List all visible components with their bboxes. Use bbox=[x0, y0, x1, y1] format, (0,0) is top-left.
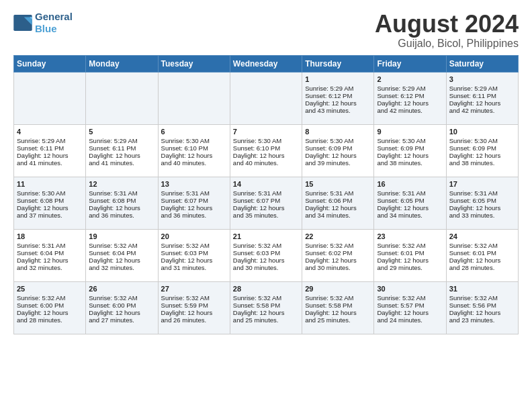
cell-content-line: Sunset: 6:12 PM bbox=[377, 92, 443, 99]
cell-content-line: Sunrise: 5:30 AM bbox=[305, 137, 371, 144]
cell-1-5: 1Sunrise: 5:29 AMSunset: 6:12 PMDaylight… bbox=[302, 72, 374, 124]
cell-content-line: Sunset: 6:06 PM bbox=[305, 197, 371, 204]
cell-content-line: Sunrise: 5:29 AM bbox=[17, 137, 83, 144]
cell-content-line: Sunrise: 5:29 AM bbox=[449, 85, 515, 92]
page: General Blue August 2024 Guijalo, Bicol,… bbox=[0, 0, 532, 341]
calendar-header: Sunday Monday Tuesday Wednesday Thursday… bbox=[14, 55, 519, 72]
cell-content-line: Sunset: 6:04 PM bbox=[89, 249, 154, 257]
cell-content-line: Daylight: 12 hours bbox=[449, 99, 515, 107]
cell-content-line: Daylight: 12 hours bbox=[89, 204, 154, 212]
cell-content-line: and 38 minutes. bbox=[449, 159, 515, 167]
cell-content-line: Sunrise: 5:32 AM bbox=[233, 294, 299, 302]
day-number: 12 bbox=[89, 180, 154, 188]
day-number: 29 bbox=[305, 285, 371, 293]
cell-3-2: 12Sunrise: 5:31 AMSunset: 6:08 PMDayligh… bbox=[86, 177, 158, 229]
day-number: 23 bbox=[377, 232, 443, 240]
cell-content-line: and 29 minutes. bbox=[377, 264, 443, 271]
cell-1-2 bbox=[86, 72, 158, 124]
cell-content-line: Sunset: 6:01 PM bbox=[377, 249, 443, 257]
cell-content-line: and 23 minutes. bbox=[449, 316, 515, 324]
cell-2-1: 4Sunrise: 5:29 AMSunset: 6:11 PMDaylight… bbox=[14, 124, 86, 177]
header-row: Sunday Monday Tuesday Wednesday Thursday… bbox=[14, 55, 519, 72]
cell-content-line: and 38 minutes. bbox=[377, 159, 443, 167]
logo: General Blue bbox=[13, 11, 73, 35]
cell-1-7: 3Sunrise: 5:29 AMSunset: 6:11 PMDaylight… bbox=[446, 72, 518, 124]
day-number: 10 bbox=[449, 128, 515, 136]
cell-content-line: Daylight: 12 hours bbox=[233, 152, 299, 159]
day-number: 15 bbox=[305, 180, 371, 188]
cell-content-line: Sunset: 6:09 PM bbox=[377, 144, 443, 152]
cell-content-line: Sunrise: 5:32 AM bbox=[449, 242, 515, 249]
cell-1-1 bbox=[14, 72, 86, 124]
cell-content-line: Daylight: 12 hours bbox=[89, 257, 154, 264]
cell-content-line: Sunrise: 5:32 AM bbox=[233, 242, 299, 249]
cell-content-line: Daylight: 12 hours bbox=[305, 152, 371, 159]
cell-content-line: and 30 minutes. bbox=[233, 264, 299, 271]
cell-content-line: Sunrise: 5:30 AM bbox=[377, 137, 443, 144]
cell-content-line: Daylight: 12 hours bbox=[449, 204, 515, 212]
day-number: 21 bbox=[233, 232, 299, 240]
cell-content-line: Sunset: 6:12 PM bbox=[305, 92, 371, 99]
cell-content-line: Sunrise: 5:30 AM bbox=[161, 137, 227, 144]
cell-content-line: and 28 minutes. bbox=[17, 316, 83, 324]
cell-content-line: Daylight: 12 hours bbox=[377, 257, 443, 264]
cell-content-line: Sunrise: 5:31 AM bbox=[377, 189, 443, 197]
day-number: 22 bbox=[305, 232, 371, 240]
cell-content-line: Daylight: 12 hours bbox=[305, 257, 371, 264]
cell-content-line: Sunset: 6:05 PM bbox=[377, 197, 443, 204]
day-number: 7 bbox=[233, 128, 299, 136]
cell-content-line: and 40 minutes. bbox=[161, 159, 227, 167]
cell-content-line: and 37 minutes. bbox=[17, 212, 83, 219]
cell-content-line: Sunrise: 5:31 AM bbox=[89, 189, 154, 197]
cell-content-line: Daylight: 12 hours bbox=[377, 152, 443, 159]
day-number: 13 bbox=[161, 180, 227, 188]
cell-content-line: Sunset: 6:09 PM bbox=[305, 144, 371, 152]
cell-content-line: Daylight: 12 hours bbox=[305, 309, 371, 316]
cell-content-line: Sunset: 6:10 PM bbox=[161, 144, 227, 152]
cell-5-7: 31Sunrise: 5:32 AMSunset: 5:56 PMDayligh… bbox=[446, 281, 518, 334]
cell-content-line: Daylight: 12 hours bbox=[17, 309, 83, 316]
cell-4-1: 18Sunrise: 5:31 AMSunset: 6:04 PMDayligh… bbox=[14, 229, 86, 281]
cell-2-3: 6Sunrise: 5:30 AMSunset: 6:10 PMDaylight… bbox=[158, 124, 230, 177]
day-number: 25 bbox=[17, 285, 83, 293]
cell-content-line: Sunrise: 5:30 AM bbox=[233, 137, 299, 144]
cell-content-line: and 24 minutes. bbox=[377, 316, 443, 324]
cell-content-line: and 28 minutes. bbox=[449, 264, 515, 271]
cell-content-line: Sunrise: 5:32 AM bbox=[17, 294, 83, 302]
cell-2-6: 9Sunrise: 5:30 AMSunset: 6:09 PMDaylight… bbox=[374, 124, 446, 177]
day-number: 1 bbox=[305, 75, 371, 83]
day-number: 2 bbox=[377, 75, 443, 83]
header-saturday: Saturday bbox=[446, 55, 518, 72]
cell-content-line: Sunset: 6:04 PM bbox=[17, 249, 83, 257]
cell-content-line: Sunrise: 5:32 AM bbox=[377, 242, 443, 249]
cell-content-line: and 26 minutes. bbox=[161, 316, 227, 324]
cell-content-line: Sunrise: 5:32 AM bbox=[377, 294, 443, 302]
week-row-1: 1Sunrise: 5:29 AMSunset: 6:12 PMDaylight… bbox=[14, 72, 519, 124]
cell-content-line: and 31 minutes. bbox=[161, 264, 227, 271]
cell-content-line: Sunrise: 5:32 AM bbox=[89, 242, 154, 249]
cell-content-line: Daylight: 12 hours bbox=[17, 257, 83, 264]
cell-content-line: and 27 minutes. bbox=[89, 316, 154, 324]
cell-content-line: and 32 minutes. bbox=[17, 264, 83, 271]
day-number: 16 bbox=[377, 180, 443, 188]
cell-content-line: Sunset: 6:07 PM bbox=[233, 197, 299, 204]
header-friday: Friday bbox=[374, 55, 446, 72]
day-number: 5 bbox=[89, 128, 154, 136]
cell-content-line: Sunset: 6:05 PM bbox=[449, 197, 515, 204]
day-number: 17 bbox=[449, 180, 515, 188]
cell-content-line: Daylight: 12 hours bbox=[449, 309, 515, 316]
cell-content-line: Daylight: 12 hours bbox=[377, 204, 443, 212]
cell-content-line: Sunset: 6:11 PM bbox=[89, 144, 154, 152]
cell-4-4: 21Sunrise: 5:32 AMSunset: 6:03 PMDayligh… bbox=[230, 229, 302, 281]
cell-content-line: Sunset: 6:01 PM bbox=[449, 249, 515, 257]
cell-3-4: 14Sunrise: 5:31 AMSunset: 6:07 PMDayligh… bbox=[230, 177, 302, 229]
cell-content-line: Sunset: 5:58 PM bbox=[305, 302, 371, 309]
cell-content-line: Sunset: 6:03 PM bbox=[161, 249, 227, 257]
cell-content-line: Sunset: 5:58 PM bbox=[233, 302, 299, 309]
cell-content-line: Daylight: 12 hours bbox=[161, 204, 227, 212]
cell-content-line: Sunset: 6:08 PM bbox=[17, 197, 83, 204]
cell-content-line: Sunrise: 5:31 AM bbox=[305, 189, 371, 197]
cell-content-line: Sunrise: 5:31 AM bbox=[17, 242, 83, 249]
cell-1-3 bbox=[158, 72, 230, 124]
header-thursday: Thursday bbox=[302, 55, 374, 72]
